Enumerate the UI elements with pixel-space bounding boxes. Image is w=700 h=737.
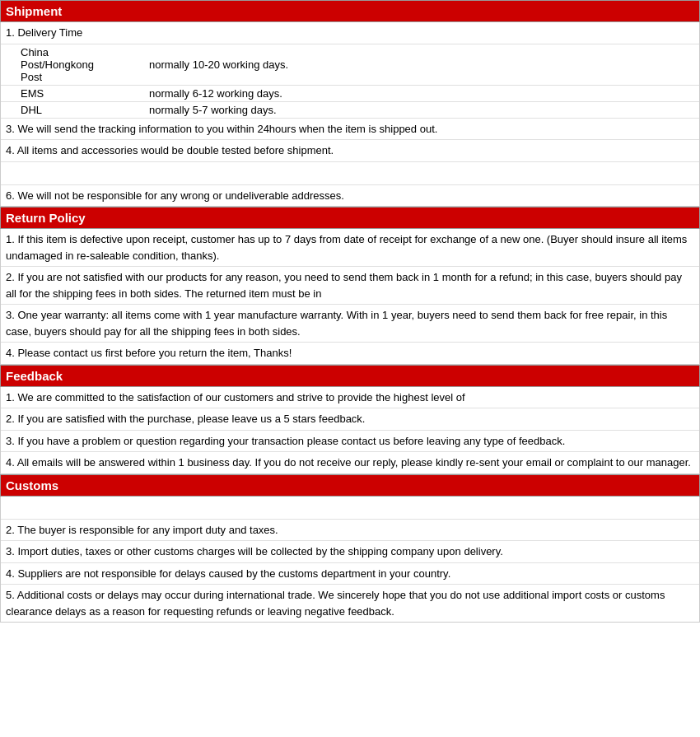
return-row3: 3. One year warranty: all items come wit… [1,305,699,343]
customs-row3: 3. Import duties, taxes or other customs… [1,541,699,563]
shipment-row4: 4. All items and accessories would be do… [1,140,699,162]
return-policy-content: 1. If this item is defective upon receip… [0,229,700,365]
return-policy-section: Return Policy 1. If this item is defecti… [0,207,700,365]
feedback-row1: 1. We are committed to the satisfaction … [1,387,699,409]
shipment-row3: 3. We will send the tracking information… [1,119,699,141]
feedback-row4: 4. All emails will be answered within 1 … [1,452,699,473]
customs-section: Customs 2. The buyer is responsible for … [0,474,700,623]
feedback-row2: 2. If you are satisfied with the purchas… [1,408,699,431]
return-row4: 4. Please contact us first before you re… [1,343,699,364]
dhl-label: DHL [1,101,100,118]
delivery-table: China Post/Hongkong Post normally 10-20 … [1,44,699,119]
customs-header: Customs [0,474,700,497]
table-row: DHL normally 5-7 working days. [1,101,699,118]
delivery-time-row: 1. Delivery Time [1,22,699,44]
china-post-value: normally 10-20 working days. [100,44,699,86]
shipment-row6: 6. We will not be responsible for any wr… [1,185,699,207]
feedback-header: Feedback [0,365,700,387]
shipment-empty-row [1,162,699,185]
return-policy-header: Return Policy [0,207,700,229]
china-post-label: China Post/Hongkong Post [1,44,100,86]
ems-value: normally 6-12 working days. [100,85,699,101]
customs-row4: 4. Suppliers are not responsible for del… [1,563,699,585]
customs-content: 2. The buyer is responsible for any impo… [0,497,700,623]
customs-row5: 5. Additional costs or delays may occur … [1,585,699,622]
feedback-section: Feedback 1. We are committed to the sati… [0,365,700,474]
shipment-content: 1. Delivery Time China Post/Hongkong Pos… [0,22,700,207]
ems-label: EMS [1,85,100,101]
table-row: China Post/Hongkong Post normally 10-20 … [1,44,699,86]
return-row1: 1. If this item is defective upon receip… [1,229,699,267]
shipment-section: Shipment 1. Delivery Time China Post/Hon… [0,0,700,207]
feedback-row3: 3. If you have a problem or question reg… [1,431,699,453]
customs-empty-row [1,497,699,520]
return-row2: 2. If you are not satisfied with our pro… [1,267,699,305]
shipment-header: Shipment [0,0,700,22]
customs-row2: 2. The buyer is responsible for any impo… [1,520,699,542]
feedback-content: 1. We are committed to the satisfaction … [0,387,700,474]
table-row: EMS normally 6-12 working days. [1,85,699,101]
dhl-value: normally 5-7 working days. [100,101,699,118]
